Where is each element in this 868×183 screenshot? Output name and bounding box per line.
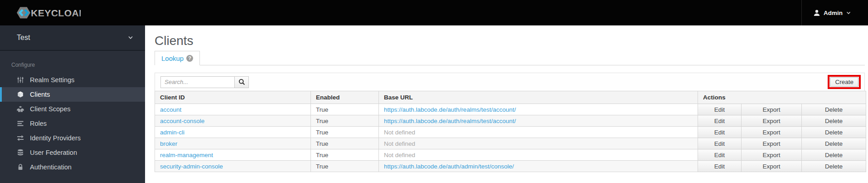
export-button[interactable]: Export [742,104,802,115]
top-bar: KEYCLOAK Admin [0,0,868,25]
enabled-cell: True [311,104,379,115]
delete-button[interactable]: Delete [802,138,866,149]
delete-button[interactable]: Delete [802,104,866,115]
sidebar-item-authentication[interactable]: Authentication [0,160,145,174]
table-row: realm-management True Not defined Edit E… [155,149,866,161]
sidebar-item-label: Authentication [30,163,72,171]
cubes-icon [16,105,24,113]
table-row: security-admin-console True https://auth… [155,161,866,172]
client-id-link[interactable]: broker [155,138,311,149]
user-name: Admin [824,10,843,16]
client-id-link[interactable]: account [155,104,311,115]
realm-selector[interactable]: Test [0,25,145,51]
edit-button[interactable]: Edit [698,115,742,127]
search-input[interactable] [160,76,235,88]
enabled-cell: True [311,149,379,161]
search-button[interactable] [234,76,249,88]
page-title: Clients [155,33,865,49]
table-row: admin-cli True Not defined Edit Export D… [155,127,866,138]
tab-lookup[interactable]: Lookup ? [155,51,200,65]
lock-icon [16,163,24,171]
sliders-icon [16,76,24,84]
base-url-cell: Not defined [379,138,698,149]
keycloak-logo[interactable]: KEYCLOAK [0,0,81,25]
sidebar-item-label: Clients [30,91,50,98]
delete-button[interactable]: Delete [802,149,866,161]
edit-button[interactable]: Edit [698,161,742,172]
client-id-link[interactable]: security-admin-console [155,161,311,172]
table-header-row: Client ID Enabled Base URL Actions [155,91,866,104]
sidebar-item-label: Realm Settings [30,76,74,84]
table-toolbar: Create [155,73,865,91]
search-icon [238,79,245,85]
edit-button[interactable]: Edit [698,104,742,115]
tab-lookup-label: Lookup [161,54,184,62]
chevron-down-icon [128,36,133,40]
enabled-cell: True [311,138,379,149]
base-url-cell: Not defined [379,127,698,138]
export-button[interactable]: Export [742,149,802,161]
delete-button[interactable]: Delete [802,161,866,172]
realm-name: Test [17,34,30,42]
enabled-cell: True [311,115,379,127]
table-row: account-console True https://auth.labcod… [155,115,866,127]
user-menu[interactable]: Admin [801,0,868,25]
sidebar-item-clients[interactable]: Clients [0,87,145,102]
sidebar-item-client-scopes[interactable]: Client Scopes [0,102,145,116]
column-header-actions: Actions [698,91,866,104]
edit-button[interactable]: Edit [698,149,742,161]
table-row: broker True Not defined Edit Export Dele… [155,138,866,149]
list-icon [16,120,24,128]
help-icon[interactable]: ? [186,55,193,62]
cube-icon [16,91,24,99]
table-row: account True https://auth.labcode.de/aut… [155,104,866,115]
column-header-enabled[interactable]: Enabled [311,91,379,104]
delete-button[interactable]: Delete [802,127,866,138]
sidebar-item-roles[interactable]: Roles [0,116,145,131]
sidebar-item-label: Roles [30,120,47,127]
create-button-highlight: Create [828,75,861,89]
export-button[interactable]: Export [742,115,802,127]
sidebar-item-label: Identity Providers [30,134,81,142]
keycloak-logo-icon: KEYCLOAK [13,5,81,20]
enabled-cell: True [311,127,379,138]
sidebar-item-label: User Federation [30,149,77,156]
base-url-link[interactable]: https://auth.labcode.de/auth/realms/test… [379,115,698,127]
user-icon [814,10,820,16]
sidebar-item-realm-settings[interactable]: Realm Settings [0,73,145,87]
configure-section-label: Configure [0,51,145,73]
base-url-link[interactable]: https://auth.labcode.de/auth/realms/test… [379,104,698,115]
edit-button[interactable]: Edit [698,127,742,138]
sidebar-menu: Realm Settings Clients Cl [0,73,145,174]
export-button[interactable]: Export [742,161,802,172]
client-id-link[interactable]: account-console [155,115,311,127]
database-icon [16,149,24,157]
column-header-base-url[interactable]: Base URL [379,91,698,104]
base-url-cell: Not defined [379,149,698,161]
base-url-link[interactable]: https://auth.labcode.de/auth/admin/test/… [379,161,698,172]
chevron-down-icon [846,11,851,15]
brand-text: KEYCLOAK [31,8,81,18]
tab-bar: Lookup ? [155,51,865,65]
export-button[interactable]: Export [742,138,802,149]
create-button[interactable]: Create [830,77,858,87]
sidebar: Test Configure Realm Settings [0,25,145,183]
edit-button[interactable]: Edit [698,138,742,149]
client-id-link[interactable]: admin-cli [155,127,311,138]
export-button[interactable]: Export [742,127,802,138]
column-header-client-id[interactable]: Client ID [155,91,311,104]
sidebar-item-identity-providers[interactable]: Identity Providers [0,131,145,145]
enabled-cell: True [311,161,379,172]
sidebar-item-label: Client Scopes [30,105,70,113]
delete-button[interactable]: Delete [802,115,866,127]
clients-table: Client ID Enabled Base URL Actions accou… [155,91,866,172]
main-content: Clients Lookup ? Create Client ID Enable… [145,25,868,183]
client-id-link[interactable]: realm-management [155,149,311,161]
exchange-icon [16,134,24,142]
sidebar-item-user-federation[interactable]: User Federation [0,145,145,160]
